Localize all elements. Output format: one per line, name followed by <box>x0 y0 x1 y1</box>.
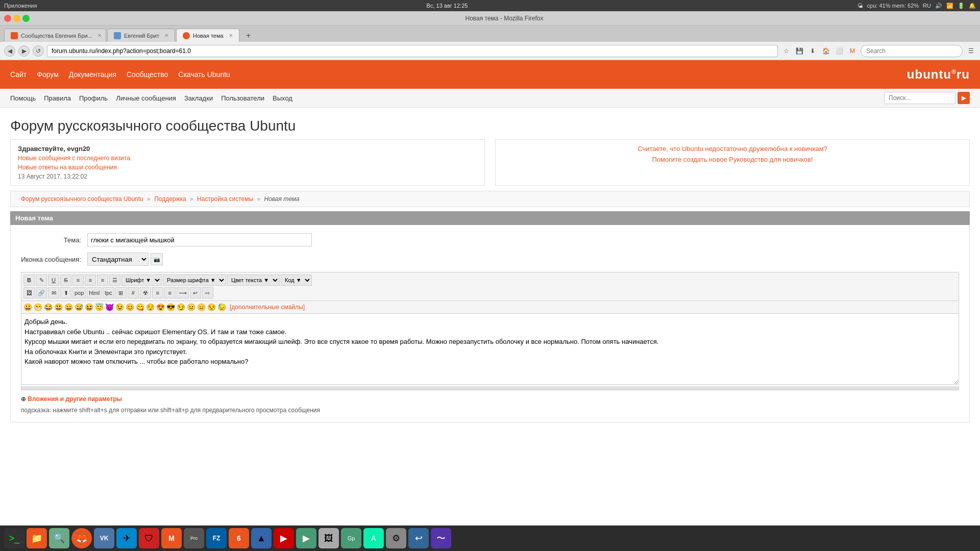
emoji-12[interactable]: 😋 <box>136 303 144 311</box>
attachments-link[interactable]: Вложения и другие параметры <box>28 395 122 403</box>
dock-green-app[interactable]: ▶ <box>296 528 316 548</box>
dock-appstore-app[interactable]: A <box>363 528 384 548</box>
dock-settings-app[interactable]: ⚙ <box>386 528 406 548</box>
window-maximize-btn[interactable] <box>22 15 30 22</box>
email-btn[interactable]: ✉ <box>48 287 59 298</box>
message-editor[interactable]: Добрый день. Настравивал себе Ubuntu .. … <box>21 313 959 385</box>
font-size-select[interactable]: Размер шрифта ▼ <box>163 274 226 286</box>
dock-pro-app[interactable]: Pro <box>184 528 204 548</box>
tab2-close[interactable]: ✕ <box>164 33 168 38</box>
forum-search-button[interactable]: ▶ <box>958 92 970 104</box>
tpc-btn[interactable]: tpc <box>103 287 114 298</box>
home-icon[interactable]: 🏠 <box>821 46 831 56</box>
emoji-13[interactable]: 😌 <box>146 303 155 311</box>
align-center-btn[interactable]: ≡ <box>85 274 96 286</box>
promo-link2[interactable]: Помогите создать новое Руководство для н… <box>652 156 813 163</box>
dock-firefox[interactable]: 🦊 <box>71 528 92 548</box>
tab3-close[interactable]: ✕ <box>229 33 233 38</box>
forum-search-input[interactable] <box>884 92 955 104</box>
emoji-14[interactable]: 😍 <box>156 303 165 311</box>
emoji-15[interactable]: 😎 <box>166 303 175 311</box>
new-tab-button[interactable]: + <box>242 30 255 42</box>
emoji-9[interactable]: 😈 <box>105 303 114 311</box>
new-replies-link[interactable]: Новые ответы на ваши сообщения. <box>18 164 477 171</box>
topic-input[interactable] <box>87 233 312 246</box>
lang-indicator[interactable]: RU <box>923 3 931 9</box>
italic-btn[interactable]: ✎ <box>36 274 47 286</box>
pop-btn[interactable]: pop <box>72 287 86 298</box>
olist-btn[interactable]: ≡ <box>164 287 176 298</box>
app-menu-label[interactable]: Приложения <box>4 3 37 9</box>
emoji-17[interactable]: 😐 <box>187 303 195 311</box>
dock-terminal[interactable]: >_ <box>4 528 24 548</box>
font-select[interactable]: Шрифт ▼ <box>121 274 162 286</box>
icon-select[interactable]: Стандартная <box>87 253 149 266</box>
font-color-select[interactable]: Цвет текста ▼ <box>227 274 280 286</box>
emoji-1[interactable]: 😀 <box>23 303 32 311</box>
image-btn[interactable]: 🖼 <box>23 287 35 298</box>
browser-search-input[interactable] <box>861 45 963 57</box>
nav-messages[interactable]: Личные сообщения <box>116 94 176 102</box>
nav-download[interactable]: Скачать Ubuntu <box>178 70 230 79</box>
download-icon[interactable]: ⬇ <box>807 46 818 56</box>
menu-icon[interactable]: ☰ <box>966 46 976 56</box>
icon-preview-btn[interactable]: 📷 <box>151 253 163 265</box>
dock-m-app[interactable]: M <box>161 528 182 548</box>
dock-wave-app[interactable]: 〜 <box>431 528 451 548</box>
redo-btn[interactable]: ⇨ <box>202 287 213 298</box>
volume-icon[interactable]: 🔊 <box>935 3 942 9</box>
dock-files[interactable]: 📁 <box>27 528 47 548</box>
breadcrumb-settings[interactable]: Настройка системы <box>197 195 253 203</box>
align-right-btn[interactable]: ≡ <box>97 274 108 286</box>
nav-users[interactable]: Пользователи <box>221 94 264 102</box>
dock-fz-app[interactable]: FZ <box>206 528 227 548</box>
back-button[interactable]: ◀ <box>4 45 15 57</box>
dock-back-app[interactable]: ↩ <box>408 528 429 548</box>
window-close-btn[interactable] <box>4 15 11 22</box>
notification-icon[interactable]: 🔔 <box>969 3 976 9</box>
new-posts-link[interactable]: Новые сообщения с последнего визита. <box>18 155 477 162</box>
tab1-close[interactable]: ✕ <box>97 33 102 38</box>
dock-arrow-app[interactable]: ▲ <box>251 528 272 548</box>
link-btn[interactable]: 🔗 <box>36 287 47 298</box>
window-minimize-btn[interactable] <box>13 15 20 22</box>
breadcrumb-support[interactable]: Поддержка <box>154 195 186 203</box>
emoji-3[interactable]: 😂 <box>44 303 53 311</box>
dock-num6-app[interactable]: 6 <box>229 528 249 548</box>
dock-img-app[interactable]: 🖼 <box>318 528 339 548</box>
nav-site[interactable]: Сайт <box>10 70 27 79</box>
dock-telegram[interactable]: ✈ <box>116 528 137 548</box>
emoji-10[interactable]: 😉 <box>115 303 124 311</box>
list-btn[interactable]: ☢ <box>140 287 151 298</box>
emoji-5[interactable]: 😄 <box>64 303 73 311</box>
code-select[interactable]: Код ▼ <box>281 274 312 286</box>
dock-finder[interactable]: 🔍 <box>49 528 69 548</box>
reload-button[interactable]: ↺ <box>33 45 44 57</box>
nav-community[interactable]: Сообщество <box>127 70 168 79</box>
network-icon[interactable]: 📶 <box>946 3 953 9</box>
nav-help[interactable]: Помощь <box>10 94 36 102</box>
emoji-4[interactable]: 😃 <box>54 303 63 311</box>
pocket-icon[interactable]: ⬜ <box>834 46 844 56</box>
nav-profile[interactable]: Профиль <box>79 94 108 102</box>
dock-gp-app[interactable]: Gp <box>341 528 361 548</box>
html-btn[interactable]: html <box>87 287 102 298</box>
emoji-2[interactable]: 😁 <box>34 303 42 311</box>
dock-vk[interactable]: VK <box>94 528 114 548</box>
ftp-btn[interactable]: ⬆ <box>60 287 71 298</box>
nav-bookmarks[interactable]: Закладки <box>184 94 213 102</box>
browser-tab-2[interactable]: Евгений Брит ✕ <box>107 29 175 42</box>
emoji-6[interactable]: 😅 <box>75 303 83 311</box>
hash-btn[interactable]: # <box>128 287 139 298</box>
emoji-7[interactable]: 😆 <box>85 303 93 311</box>
align-left-btn[interactable]: ≡ <box>72 274 84 286</box>
ulist-btn[interactable]: ≡ <box>152 287 163 298</box>
breadcrumb-home[interactable]: Форум русскоязычного сообщества Ubuntu <box>21 195 143 203</box>
nav-rules[interactable]: Правила <box>44 94 71 102</box>
nav-docs[interactable]: Документация <box>69 70 116 79</box>
dock-red-app[interactable]: 🛡 <box>139 528 159 548</box>
emoji-19[interactable]: 😒 <box>207 303 216 311</box>
url-bar[interactable] <box>47 45 778 57</box>
save-icon[interactable]: 💾 <box>794 46 804 56</box>
bold-btn[interactable]: B <box>23 274 35 286</box>
